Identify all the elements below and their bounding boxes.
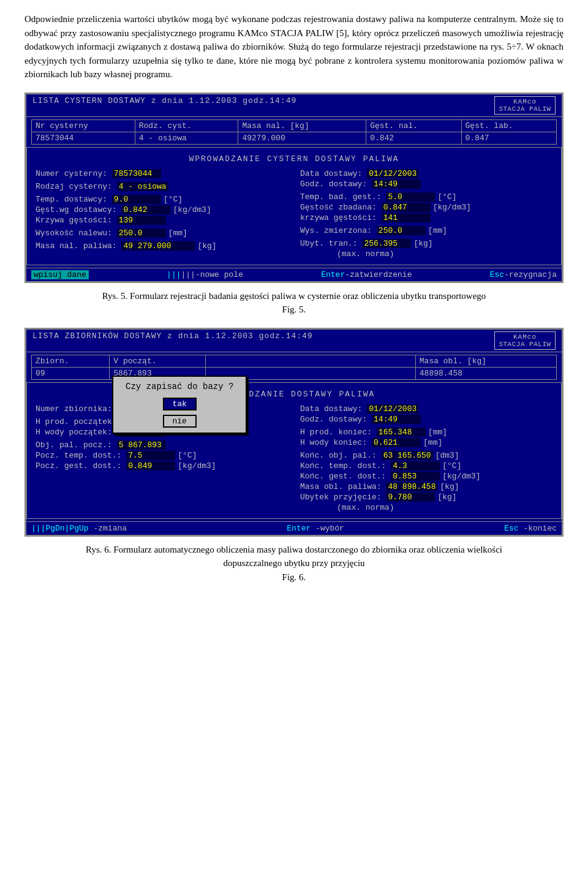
h-prod-koniec-label: H prod. koniec: bbox=[300, 428, 372, 437]
masa-nal-unit: [kg] bbox=[197, 241, 216, 251]
temp-dostawcy-label: Temp. dostawcy: bbox=[36, 195, 107, 204]
col-empty bbox=[206, 355, 416, 367]
krzywa1-label: Krzywa gęstości: bbox=[36, 216, 112, 225]
fig6-title-bar: LISTA ZBIORNIKÓW DOSTAWY z dnia 1.12.200… bbox=[26, 330, 562, 352]
pocz-temp-label: Pocz. temp. dost.: bbox=[36, 451, 121, 460]
fig5-form-title: WPROWADZANIE CYSTERN DOSTAWY PALIWA bbox=[36, 153, 552, 165]
ubytek-unit: [kg] bbox=[437, 493, 456, 502]
dialog-nie-button[interactable]: nie bbox=[163, 415, 197, 428]
ubytek-label: Ubytek przyjęcie: bbox=[300, 493, 382, 502]
fig6-h-prod-koniec-row: H prod. koniec: 165.348 [mm] bbox=[300, 428, 552, 437]
intro-paragraph: Odpowiednie przeliczenia wartości ubytkó… bbox=[24, 12, 564, 81]
konc-temp-value: 4.3 bbox=[391, 461, 440, 471]
dialog-question: Czy zapisać do bazy ? bbox=[126, 382, 233, 391]
krzywa2-label: krzywa gęstości: bbox=[300, 213, 377, 222]
max-norma-label: (max. norma) bbox=[337, 249, 394, 259]
status-tab: ||||||-nowe pole bbox=[167, 270, 243, 279]
caption5: Rys. 5. Formularz rejestracji badania gę… bbox=[24, 289, 564, 317]
fig6-pocz-gest-row: Pocz. gest. dost.: 0.849 [kg/dm3] bbox=[36, 461, 288, 471]
gest-wg-value: 0.842 bbox=[121, 205, 170, 214]
masa-obl-label: Masa obl. paliwa: bbox=[300, 482, 382, 491]
gest-wg-unit: [kg/dm3] bbox=[173, 205, 211, 214]
caption6-line3: Fig. 6. bbox=[282, 572, 306, 582]
fig6-max-norma-row: (max. norma) bbox=[300, 503, 552, 512]
numer-cysterny-value: 78573044 bbox=[112, 169, 161, 178]
fig5-form-cols: Numer cysterny: 78573044 Rodzaj cysterny… bbox=[36, 169, 552, 260]
fig5-form: WPROWADZANIE CYSTERN DOSTAWY PALIWA Nume… bbox=[26, 147, 562, 265]
status-wpisuj-text: wpisuj dane bbox=[31, 270, 89, 279]
masa-obl-unit: [kg] bbox=[440, 482, 459, 491]
fig5-masa-row: Masa nal. paliwa: 49 279.000 [kg] bbox=[36, 241, 288, 251]
fig5-godz-row: Godz. dostawy: 14:49 bbox=[300, 180, 552, 189]
dialog-tak-button[interactable]: tak bbox=[163, 398, 197, 410]
cell-nr-cysterny: 78573044 bbox=[32, 132, 135, 144]
fig6-konc-gest-row: Końc. gest. dost.: 0.853 [kg/dm3] bbox=[300, 472, 552, 481]
pocz-temp-unit: [°C] bbox=[178, 451, 197, 460]
fig5-kamco-box: KAMco STACJA PALIW bbox=[494, 96, 556, 115]
cell-masa-obl: 48898.458 bbox=[415, 367, 556, 379]
wys-zmierz-value: 250.0 bbox=[377, 226, 426, 235]
rodzaj-cysterny-value: 4 - osiowa bbox=[117, 182, 168, 191]
fig6-form: WPROWADZANIE DOSTAWY PALIWA Numer zbiorn… bbox=[26, 382, 562, 519]
dialog-buttons: tak nie bbox=[126, 395, 233, 428]
h-prod-koniec-unit: [mm] bbox=[428, 428, 447, 437]
krzywa2-value: 141 bbox=[382, 213, 431, 222]
caption5-line1: Rys. 5. Formularz rejestracji badania gę… bbox=[102, 291, 486, 301]
fig6-masa-obl-row: Masa obl. paliwa: 48 898.458 [kg] bbox=[300, 482, 552, 491]
fig6-status-bar: |||PgDn|PgUp -zmiana Enter -wybór Esc -k… bbox=[26, 521, 562, 535]
numer-cysterny-label: Numer cysterny: bbox=[36, 169, 107, 178]
masa-nal-value: 49 279.000 bbox=[121, 241, 195, 251]
fig5-table: Nr cysterny Rodz. cyst. Masa nal. [kg] G… bbox=[31, 119, 557, 145]
fig5-kamco-line2: STACJA PALIW bbox=[499, 105, 551, 113]
fig6-terminal: LISTA ZBIORNIKÓW DOSTAWY z dnia 1.12.200… bbox=[24, 328, 564, 537]
data-dostawy-label: Data dostawy: bbox=[300, 169, 362, 178]
godz-dostawy-value: 14:49 bbox=[372, 180, 421, 189]
fig5-numer-row: Numer cysterny: 78573044 bbox=[36, 169, 288, 178]
caption6-line2: dopuszczalnego ubytku przy przyjęciu bbox=[223, 558, 364, 568]
fig5-rodzaj-row: Rodzaj cysterny: 4 - osiowa bbox=[36, 182, 288, 191]
gest-zbad-unit: [kg/dm3] bbox=[433, 203, 471, 212]
fig5-title-bar: LISTA CYSTERN DOSTAWY z dnia 1.12.2003 g… bbox=[26, 94, 562, 117]
fig5-max-norma-row: (max. norma) bbox=[300, 249, 552, 259]
col-masa-obl: Masa obl. [kg] bbox=[415, 355, 556, 367]
h-wody-koniec-label: H wody koniec: bbox=[300, 438, 367, 447]
fig5-temp-row: Temp. dostawcy: 9.0 [°C] bbox=[36, 195, 288, 204]
fig6-kamco-line2: STACJA PALIW bbox=[499, 341, 551, 348]
ubytek-value: 9.780 bbox=[386, 493, 435, 502]
konc-gest-unit: [kg/dm3] bbox=[442, 472, 480, 481]
col-zbiorn: Zbiorn. bbox=[32, 355, 110, 367]
masa-obl-value: 48 898.458 bbox=[386, 482, 437, 491]
konc-obj-value: 63 165.650 bbox=[382, 451, 433, 460]
caption6-line1: Rys. 6. Formularz automatycznego oblicze… bbox=[86, 545, 502, 554]
cell-zbiorn: 09 bbox=[32, 367, 110, 379]
gest-zbad-value: 0.847 bbox=[382, 203, 431, 212]
fig6-data-label: Data dostawy: bbox=[300, 404, 362, 414]
col-gest-nal: Gęst. nal. bbox=[366, 119, 461, 132]
fig5-wys-zmierz-row: Wys. zmierzona: 250.0 [mm] bbox=[300, 226, 552, 235]
konc-obj-label: Końc. obj. pal.: bbox=[300, 451, 377, 460]
pocz-gest-unit: [kg/dm3] bbox=[178, 461, 216, 471]
konc-gest-label: Końc. gest. dost.: bbox=[300, 472, 386, 481]
caption5-line2: Fig. 5. bbox=[282, 304, 306, 314]
fig5-status-bar: wpisuj dane ||||||-nowe pole Enter-zatwi… bbox=[26, 268, 562, 281]
temp-dostawcy-value: 9.0 bbox=[112, 195, 161, 204]
fig5-gest-zbad-row: Gęstość zbadana: 0.847 [kg/dm3] bbox=[300, 203, 552, 212]
col-nr-cysterny: Nr cysterny bbox=[32, 119, 135, 132]
data-dostawy-value: 01/12/2003 bbox=[367, 169, 418, 178]
wys-nalewu-unit: [mm] bbox=[168, 229, 187, 238]
fig5-krzywa1-row: Krzywa gęstości: 139 bbox=[36, 216, 288, 225]
fig5-gest-wg-row: Gęst.wg dostawcy: 0.842 [kg/dm3] bbox=[36, 205, 288, 214]
status-enter-suffix: -zatwierdzenie bbox=[345, 270, 412, 279]
fig5-kamco-line1: KAMco bbox=[499, 98, 551, 105]
gest-zbad-label: Gęstość zbadana: bbox=[300, 203, 377, 212]
temp-bad-value: 5.0 bbox=[386, 192, 435, 202]
fig5-title: LISTA CYSTERN DOSTAWY z dnia 1.12.2003 g… bbox=[32, 96, 296, 105]
status-wpisuj: wpisuj dane bbox=[31, 270, 89, 279]
h-wody-pocz-label: H wody początek: bbox=[36, 428, 112, 437]
h-wody-koniec-value: 0.621 bbox=[372, 438, 421, 447]
temp-dostawcy-unit: [°C] bbox=[164, 195, 183, 204]
wys-zmierz-unit: [mm] bbox=[428, 226, 447, 235]
godz-dostawy-label: Godz. dostawy: bbox=[300, 180, 367, 189]
fig6-status-enter-suffix: -wybór bbox=[311, 524, 344, 533]
ubyt-tran-label: Ubyt. tran.: bbox=[300, 239, 358, 248]
